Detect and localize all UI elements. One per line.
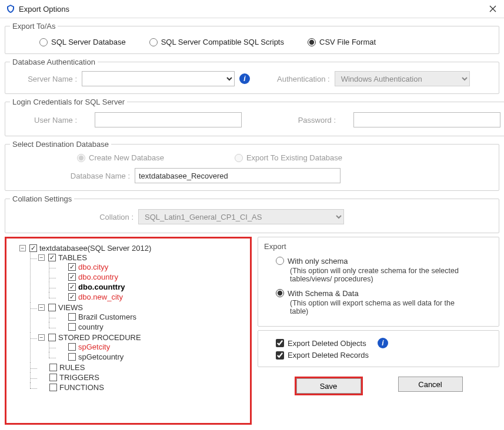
- username-label: User Name :: [12, 116, 77, 125]
- radio-schema-only-label: With only schema: [288, 257, 348, 266]
- tree-tables[interactable]: − TABLES: [38, 253, 246, 262]
- tree-views-check[interactable]: [48, 304, 56, 311]
- tree-rules[interactable]: RULES: [38, 363, 246, 372]
- tree-stored-procedure[interactable]: − STORED PROCEDURE: [38, 333, 246, 342]
- object-tree[interactable]: − textdatabasee(SQL Server 2012) − TABLE…: [5, 237, 252, 425]
- tree-root[interactable]: − textdatabasee(SQL Server 2012): [19, 244, 246, 253]
- tree-item-spgetcity[interactable]: spGetcity: [57, 342, 246, 351]
- schema-data-hint: (This option will export schema as well …: [290, 299, 466, 315]
- radio-sql-db-input[interactable]: [39, 38, 48, 46]
- check-deleted-records-input[interactable]: [276, 351, 284, 360]
- tree-tables-label: TABLES: [58, 253, 87, 262]
- db-auth-fieldset: Database Authentication Server Name : i …: [5, 58, 499, 94]
- password-input[interactable]: [353, 112, 500, 127]
- info-icon[interactable]: i: [378, 338, 388, 348]
- tree-item-spgetcountry[interactable]: spGetcountry: [57, 352, 246, 361]
- tree-root-check[interactable]: [29, 244, 37, 252]
- tree-check[interactable]: [68, 343, 76, 351]
- collapse-icon[interactable]: −: [38, 254, 45, 261]
- tree-tables-check[interactable]: [48, 254, 56, 261]
- radio-schema-only[interactable]: With only schema: [276, 257, 493, 266]
- radio-sql-scripts-label: SQL Server Compatible SQL Scripts: [161, 38, 284, 46]
- tree-check[interactable]: [68, 273, 76, 281]
- tree-item-label: dbo.cityy: [78, 263, 108, 271]
- radio-create-new-input: [77, 154, 85, 162]
- collation-legend: Collation Settings: [10, 194, 74, 203]
- tree-item-label: Brazil Customers: [78, 313, 136, 321]
- radio-sql-scripts-input[interactable]: [149, 38, 158, 46]
- db-name-input[interactable]: [135, 168, 341, 183]
- radio-schema-data-input[interactable]: [276, 289, 284, 297]
- radio-schema-only-input[interactable]: [276, 257, 284, 265]
- check-deleted-objects-input[interactable]: [276, 339, 284, 347]
- radio-sql-db[interactable]: SQL Server Database: [39, 38, 126, 46]
- window-title: Export Options: [19, 5, 488, 14]
- auth-label: Authentication :: [277, 75, 330, 83]
- server-name-label: Server Name :: [12, 75, 77, 83]
- radio-csv-label: CSV File Format: [319, 38, 376, 46]
- tree-check[interactable]: [49, 384, 57, 391]
- schema-only-hint: (This option will only create schema for…: [290, 267, 466, 283]
- export-to-fieldset: Export To/As SQL Server Database SQL Ser…: [5, 22, 499, 54]
- radio-export-existing-label: Export To Existing Database: [246, 153, 342, 162]
- radio-sql-scripts[interactable]: SQL Server Compatible SQL Scripts: [149, 38, 284, 46]
- tree-item-label: spGetcountry: [78, 352, 124, 361]
- tree-item-brazil-customers[interactable]: Brazil Customers: [57, 313, 246, 321]
- tree-check[interactable]: [68, 293, 76, 301]
- tree-triggers[interactable]: TRIGGERS: [38, 373, 246, 382]
- tree-item-country-view[interactable]: country: [57, 322, 246, 331]
- radio-csv[interactable]: CSV File Format: [308, 38, 376, 46]
- radio-schema-data[interactable]: With Schema & Data: [276, 289, 493, 298]
- tree-sp-label: STORED PROCEDURE: [58, 333, 141, 342]
- export-to-legend: Export To/As: [10, 22, 58, 31]
- tree-item-dbo-new-city[interactable]: dbo.new_city: [57, 293, 246, 301]
- app-icon: [6, 4, 15, 14]
- check-deleted-objects-label: Export Deleted Objects: [288, 339, 366, 348]
- radio-csv-input[interactable]: [308, 38, 316, 46]
- login-fieldset: Login Credentials for SQL Server User Na…: [5, 98, 504, 136]
- save-button[interactable]: Save: [296, 378, 361, 394]
- save-button-highlight: Save: [295, 377, 363, 395]
- collapse-icon[interactable]: −: [38, 304, 45, 311]
- radio-export-existing-input: [235, 154, 243, 162]
- radio-create-new: Create New Database: [77, 153, 164, 162]
- tree-item-label: dbo.country: [78, 273, 118, 281]
- server-name-select[interactable]: [82, 71, 235, 86]
- export-title: Export: [264, 242, 493, 251]
- collapse-icon[interactable]: −: [19, 245, 26, 251]
- tree-item-label: dbo.new_city: [78, 293, 123, 301]
- auth-select: Windows Authentication: [335, 71, 470, 86]
- tree-functions[interactable]: FUNCTIONS: [38, 383, 246, 392]
- tree-check[interactable]: [68, 323, 76, 331]
- tree-views[interactable]: − VIEWS: [38, 303, 246, 312]
- radio-schema-data-label: With Schema & Data: [288, 289, 359, 298]
- tree-item-dbo-cityy[interactable]: dbo.cityy: [57, 263, 246, 271]
- tree-item-label: dbo.counttry: [78, 283, 125, 291]
- tree-root-label: textdatabasee(SQL Server 2012): [39, 244, 151, 253]
- tree-check[interactable]: [49, 374, 57, 381]
- tree-item-label: FUNCTIONS: [59, 383, 104, 392]
- check-deleted-records[interactable]: Export Deleted Records: [276, 351, 493, 360]
- tree-check[interactable]: [49, 364, 57, 371]
- tree-check[interactable]: [68, 283, 76, 291]
- collation-select: SQL_Latin1_General_CP1_CI_AS: [138, 209, 344, 224]
- dest-fieldset: Select Destination Database Create New D…: [5, 140, 499, 191]
- radio-export-existing: Export To Existing Database: [235, 153, 342, 162]
- tree-check[interactable]: [68, 263, 76, 271]
- cancel-button[interactable]: Cancel: [398, 377, 463, 392]
- export-group: Export With only schema (This option wil…: [258, 237, 499, 327]
- tree-check[interactable]: [68, 353, 76, 361]
- tree-item-dbo-country[interactable]: dbo.country: [57, 273, 246, 281]
- close-button[interactable]: [488, 4, 498, 14]
- tree-item-dbo-counttry[interactable]: dbo.counttry: [57, 283, 246, 291]
- tree-sp-check[interactable]: [48, 334, 56, 341]
- titlebar: Export Options: [0, 0, 504, 18]
- collapse-icon[interactable]: −: [38, 334, 45, 341]
- collation-label: Collation :: [86, 213, 133, 221]
- dest-legend: Select Destination Database: [10, 140, 111, 149]
- tree-check[interactable]: [68, 313, 76, 321]
- info-icon[interactable]: i: [239, 73, 250, 84]
- check-deleted-objects[interactable]: Export Deleted Objects i: [276, 338, 493, 348]
- collation-fieldset: Collation Settings Collation : SQL_Latin…: [5, 194, 499, 233]
- username-input[interactable]: [95, 112, 242, 127]
